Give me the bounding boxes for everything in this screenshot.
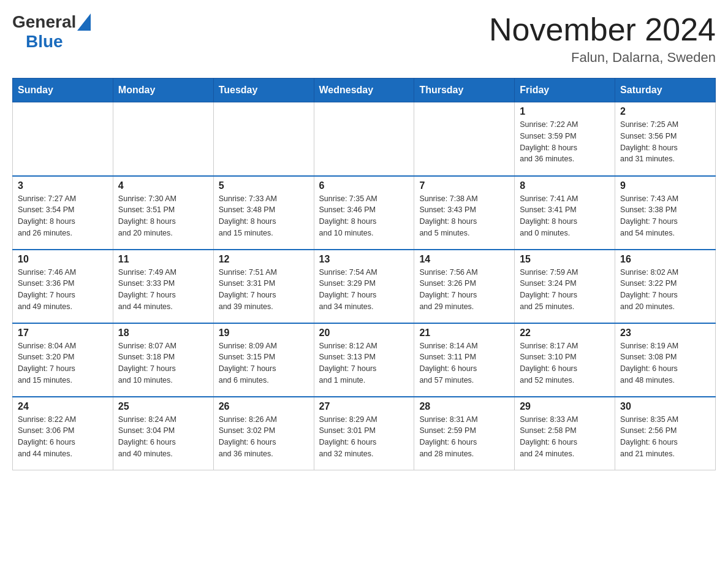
calendar-cell (314, 102, 414, 176)
calendar-week-row: 3Sunrise: 7:27 AMSunset: 3:54 PMDaylight… (13, 176, 716, 250)
calendar-cell: 9Sunrise: 7:43 AMSunset: 3:38 PMDaylight… (615, 176, 716, 250)
day-info: Sunrise: 8:29 AMSunset: 3:01 PMDaylight:… (319, 414, 409, 460)
day-info: Sunrise: 7:35 AMSunset: 3:46 PMDaylight:… (319, 193, 409, 239)
calendar-day-header: Tuesday (213, 79, 314, 102)
day-info: Sunrise: 8:31 AMSunset: 2:59 PMDaylight:… (419, 414, 509, 460)
day-number: 16 (620, 254, 710, 265)
title-block: November 2024 Falun, Dalarna, Sweden (489, 12, 716, 66)
day-info: Sunrise: 8:07 AMSunset: 3:18 PMDaylight:… (118, 340, 208, 386)
calendar-cell (213, 102, 314, 176)
calendar-week-row: 24Sunrise: 8:22 AMSunset: 3:06 PMDayligh… (13, 397, 716, 470)
day-info: Sunrise: 8:02 AMSunset: 3:22 PMDaylight:… (620, 267, 710, 313)
day-number: 23 (620, 327, 710, 339)
calendar-cell: 19Sunrise: 8:09 AMSunset: 3:15 PMDayligh… (213, 323, 314, 397)
calendar-cell: 11Sunrise: 7:49 AMSunset: 3:33 PMDayligh… (113, 250, 213, 323)
calendar-day-header: Monday (113, 79, 213, 102)
calendar-cell: 27Sunrise: 8:29 AMSunset: 3:01 PMDayligh… (314, 397, 414, 470)
day-number: 6 (319, 180, 409, 191)
calendar-table: SundayMondayTuesdayWednesdayThursdayFrid… (12, 78, 716, 470)
logo: General Blue (12, 12, 91, 52)
day-number: 20 (319, 327, 409, 339)
day-info: Sunrise: 7:49 AMSunset: 3:33 PMDaylight:… (118, 267, 208, 313)
day-info: Sunrise: 7:25 AMSunset: 3:56 PMDaylight:… (620, 119, 710, 165)
calendar-cell: 24Sunrise: 8:22 AMSunset: 3:06 PMDayligh… (13, 397, 113, 470)
location-text: Falun, Dalarna, Sweden (489, 50, 716, 66)
day-number: 25 (118, 401, 208, 412)
calendar-cell: 23Sunrise: 8:19 AMSunset: 3:08 PMDayligh… (615, 323, 716, 397)
calendar-header-row: SundayMondayTuesdayWednesdayThursdayFrid… (13, 79, 716, 102)
day-info: Sunrise: 7:51 AMSunset: 3:31 PMDaylight:… (219, 267, 309, 313)
calendar-cell: 14Sunrise: 7:56 AMSunset: 3:26 PMDayligh… (414, 250, 515, 323)
day-number: 24 (18, 401, 108, 412)
day-info: Sunrise: 8:14 AMSunset: 3:11 PMDaylight:… (419, 340, 509, 386)
day-info: Sunrise: 8:33 AMSunset: 2:58 PMDaylight:… (520, 414, 610, 460)
day-info: Sunrise: 8:04 AMSunset: 3:20 PMDaylight:… (18, 340, 108, 386)
calendar-day-header: Wednesday (314, 79, 414, 102)
day-number: 1 (520, 106, 610, 117)
calendar-day-header: Saturday (615, 79, 716, 102)
day-number: 5 (219, 180, 309, 191)
day-info: Sunrise: 8:09 AMSunset: 3:15 PMDaylight:… (219, 340, 309, 386)
day-info: Sunrise: 8:12 AMSunset: 3:13 PMDaylight:… (319, 340, 409, 386)
calendar-cell: 10Sunrise: 7:46 AMSunset: 3:36 PMDayligh… (13, 250, 113, 323)
day-number: 14 (419, 254, 509, 265)
calendar-cell: 25Sunrise: 8:24 AMSunset: 3:04 PMDayligh… (113, 397, 213, 470)
calendar-cell: 30Sunrise: 8:35 AMSunset: 2:56 PMDayligh… (615, 397, 716, 470)
calendar-cell: 12Sunrise: 7:51 AMSunset: 3:31 PMDayligh… (213, 250, 314, 323)
day-number: 4 (118, 180, 208, 191)
calendar-cell (414, 102, 515, 176)
calendar-week-row: 10Sunrise: 7:46 AMSunset: 3:36 PMDayligh… (13, 250, 716, 323)
calendar-cell: 21Sunrise: 8:14 AMSunset: 3:11 PMDayligh… (414, 323, 515, 397)
day-info: Sunrise: 7:54 AMSunset: 3:29 PMDaylight:… (319, 267, 409, 313)
calendar-cell: 17Sunrise: 8:04 AMSunset: 3:20 PMDayligh… (13, 323, 113, 397)
day-info: Sunrise: 8:24 AMSunset: 3:04 PMDaylight:… (118, 414, 208, 460)
day-info: Sunrise: 7:27 AMSunset: 3:54 PMDaylight:… (18, 193, 108, 239)
svg-marker-0 (77, 13, 91, 31)
calendar-cell: 28Sunrise: 8:31 AMSunset: 2:59 PMDayligh… (414, 397, 515, 470)
calendar-cell: 15Sunrise: 7:59 AMSunset: 3:24 PMDayligh… (515, 250, 615, 323)
day-info: Sunrise: 8:35 AMSunset: 2:56 PMDaylight:… (620, 414, 710, 460)
day-info: Sunrise: 7:22 AMSunset: 3:59 PMDaylight:… (520, 119, 610, 165)
calendar-day-header: Sunday (13, 79, 113, 102)
day-number: 8 (520, 180, 610, 191)
day-number: 2 (620, 106, 710, 117)
day-number: 10 (18, 254, 108, 265)
day-number: 13 (319, 254, 409, 265)
day-number: 28 (419, 401, 509, 412)
day-number: 15 (520, 254, 610, 265)
calendar-cell: 22Sunrise: 8:17 AMSunset: 3:10 PMDayligh… (515, 323, 615, 397)
day-info: Sunrise: 7:30 AMSunset: 3:51 PMDaylight:… (118, 193, 208, 239)
calendar-cell: 6Sunrise: 7:35 AMSunset: 3:46 PMDaylight… (314, 176, 414, 250)
calendar-cell: 20Sunrise: 8:12 AMSunset: 3:13 PMDayligh… (314, 323, 414, 397)
calendar-cell: 16Sunrise: 8:02 AMSunset: 3:22 PMDayligh… (615, 250, 716, 323)
day-number: 9 (620, 180, 710, 191)
day-number: 3 (18, 180, 108, 191)
day-number: 11 (118, 254, 208, 265)
calendar-cell (113, 102, 213, 176)
calendar-cell (13, 102, 113, 176)
calendar-cell: 7Sunrise: 7:38 AMSunset: 3:43 PMDaylight… (414, 176, 515, 250)
day-info: Sunrise: 7:41 AMSunset: 3:41 PMDaylight:… (520, 193, 610, 239)
calendar-cell: 4Sunrise: 7:30 AMSunset: 3:51 PMDaylight… (113, 176, 213, 250)
calendar-cell: 5Sunrise: 7:33 AMSunset: 3:48 PMDaylight… (213, 176, 314, 250)
day-info: Sunrise: 8:19 AMSunset: 3:08 PMDaylight:… (620, 340, 710, 386)
calendar-cell: 18Sunrise: 8:07 AMSunset: 3:18 PMDayligh… (113, 323, 213, 397)
day-info: Sunrise: 7:38 AMSunset: 3:43 PMDaylight:… (419, 193, 509, 239)
day-info: Sunrise: 8:26 AMSunset: 3:02 PMDaylight:… (219, 414, 309, 460)
day-number: 26 (219, 401, 309, 412)
day-number: 27 (319, 401, 409, 412)
day-info: Sunrise: 7:56 AMSunset: 3:26 PMDaylight:… (419, 267, 509, 313)
day-number: 18 (118, 327, 208, 339)
day-info: Sunrise: 7:46 AMSunset: 3:36 PMDaylight:… (18, 267, 108, 313)
logo-general-text: General (12, 12, 76, 32)
day-number: 21 (419, 327, 509, 339)
logo-triangle-icon (77, 13, 91, 31)
day-number: 17 (18, 327, 108, 339)
calendar-cell: 13Sunrise: 7:54 AMSunset: 3:29 PMDayligh… (314, 250, 414, 323)
calendar-day-header: Friday (515, 79, 615, 102)
day-number: 12 (219, 254, 309, 265)
calendar-cell: 8Sunrise: 7:41 AMSunset: 3:41 PMDaylight… (515, 176, 615, 250)
day-info: Sunrise: 7:33 AMSunset: 3:48 PMDaylight:… (219, 193, 309, 239)
logo-blue-text: Blue (26, 32, 63, 52)
calendar-cell: 2Sunrise: 7:25 AMSunset: 3:56 PMDaylight… (615, 102, 716, 176)
